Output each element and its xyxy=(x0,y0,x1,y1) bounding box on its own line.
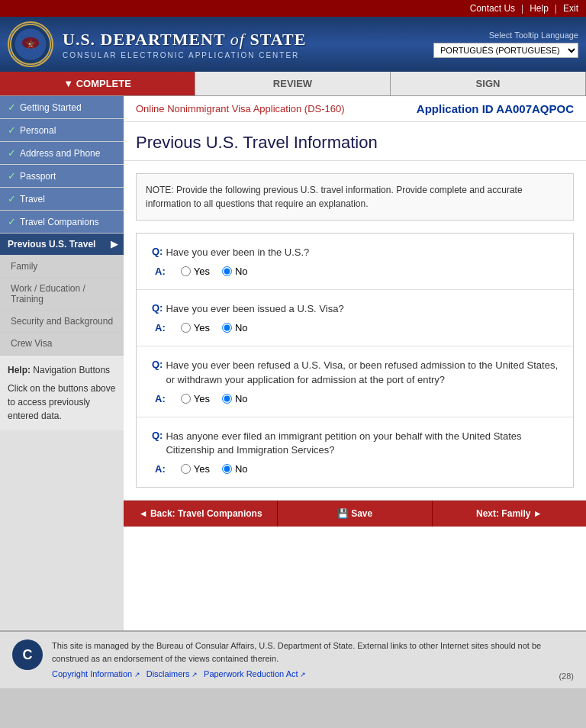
help-title: Help: xyxy=(8,365,31,375)
sidebar-item-security-background[interactable]: Security and Background xyxy=(0,311,124,333)
page-title: Previous U.S. Travel Information xyxy=(124,122,586,161)
q2-no-option[interactable]: No xyxy=(222,322,248,333)
tab-complete-arrow: ▼ xyxy=(63,78,76,89)
questions-box: Q: Have you ever been in the U.S.? A: Ye… xyxy=(136,233,574,488)
a1-label: A: xyxy=(155,266,166,277)
back-button[interactable]: ◄ Back: Travel Companions xyxy=(124,501,277,527)
check-icon: ✓ xyxy=(8,124,16,136)
q4-no-radio[interactable] xyxy=(222,464,232,474)
tab-sign[interactable]: SIGN xyxy=(391,72,586,95)
q2-yes-radio[interactable] xyxy=(181,323,191,333)
footer-links: Copyright Information Disclaimers Paperw… xyxy=(52,668,549,681)
footer-page-number: (28) xyxy=(559,672,574,681)
help-box: Help: Navigation Buttons Click on the bu… xyxy=(0,355,124,430)
app-header: Online Nonimmigrant Visa Application (DS… xyxy=(124,96,586,122)
sidebar-item-family[interactable]: Family xyxy=(0,256,124,278)
page-header: ★ 🦅 U.S. DEPARTMENT of STATE CONSULAR EL… xyxy=(0,17,586,72)
q2-label: Q: xyxy=(152,302,163,314)
check-icon: ✓ xyxy=(8,101,16,113)
q1-yes-radio[interactable] xyxy=(181,266,191,276)
tooltip-lang-label: Select Tooltip Language xyxy=(489,31,578,40)
sidebar: ✓ Getting Started ✓ Personal ✓ Address a… xyxy=(0,96,124,630)
q1-label: Q: xyxy=(152,246,163,257)
main-content: Online Nonimmigrant Visa Application (DS… xyxy=(124,96,586,630)
department-title: U.S. DEPARTMENT of STATE CONSULAR ELECTR… xyxy=(63,30,424,60)
sidebar-item-travel-companions[interactable]: ✓ Travel Companions xyxy=(0,211,124,234)
help-body-text: Click on the buttons above to access pre… xyxy=(8,382,116,423)
q1-no-radio[interactable] xyxy=(222,266,232,276)
seal-logo: ★ 🦅 xyxy=(8,21,53,67)
q1-yes-option[interactable]: Yes xyxy=(181,266,210,277)
q4-text: Has anyone ever filed an immigrant petit… xyxy=(166,430,558,457)
a4-label: A: xyxy=(155,463,166,475)
q4-yes-radio[interactable] xyxy=(181,464,191,474)
q3-yes-option[interactable]: Yes xyxy=(181,393,210,404)
sidebar-item-crew-visa[interactable]: Crew Visa xyxy=(0,333,124,355)
a3-label: A: xyxy=(155,393,166,404)
q1-no-option[interactable]: No xyxy=(222,266,248,277)
sidebar-item-work-education[interactable]: Work / Education / Training xyxy=(0,278,124,311)
check-icon: ✓ xyxy=(8,193,16,205)
q3-no-option[interactable]: No xyxy=(222,393,248,404)
sidebar-item-getting-started[interactable]: ✓ Getting Started xyxy=(0,96,124,119)
note-box: NOTE: Provide the following previous U.S… xyxy=(136,173,574,221)
help-link[interactable]: Help xyxy=(530,3,549,14)
sidebar-item-previous-us-travel[interactable]: Previous U.S. Travel ▶ xyxy=(0,234,124,256)
save-button[interactable]: 💾 Save xyxy=(277,501,432,527)
paperwork-link[interactable]: Paperwork Reduction Act xyxy=(204,668,306,681)
arrow-right-icon: ▶ xyxy=(111,239,118,250)
eagle-seal-icon: ★ 🦅 xyxy=(9,23,52,66)
next-button[interactable]: Next: Family ► xyxy=(433,501,586,527)
sidebar-item-personal[interactable]: ✓ Personal xyxy=(0,119,124,142)
contact-us-link[interactable]: Contact Us xyxy=(470,3,515,14)
check-icon: ✓ xyxy=(8,216,16,227)
nav-tabs: ▼ COMPLETE REVIEW SIGN xyxy=(0,72,586,96)
question-row-1: Q: Have you ever been in the U.S.? A: Ye… xyxy=(137,234,573,290)
exit-link[interactable]: Exit xyxy=(563,3,578,14)
top-bar: Contact Us | Help | Exit xyxy=(0,0,586,17)
q4-label: Q: xyxy=(152,430,163,441)
a2-label: A: xyxy=(155,322,166,333)
check-icon: ✓ xyxy=(8,170,16,182)
app-title: Online Nonimmigrant Visa Application (DS… xyxy=(136,103,345,114)
svg-text:🦅: 🦅 xyxy=(27,40,35,47)
sidebar-item-travel[interactable]: ✓ Travel xyxy=(0,188,124,211)
app-id: Application ID AA007AQPOC xyxy=(417,102,574,115)
q4-no-option[interactable]: No xyxy=(222,463,248,475)
q2-no-radio[interactable] xyxy=(222,323,232,333)
q3-label: Q: xyxy=(152,359,163,370)
q2-yes-option[interactable]: Yes xyxy=(181,322,210,333)
sidebar-item-passport[interactable]: ✓ Passport xyxy=(0,165,124,188)
header-lang-area: Select Tooltip Language PORTUGUÊS (PORTU… xyxy=(433,31,578,58)
footer-text-area: This site is managed by the Bureau of Co… xyxy=(52,639,549,681)
footer-body-text: This site is managed by the Bureau of Co… xyxy=(52,639,549,665)
disclaimers-link[interactable]: Disclaimers xyxy=(146,668,198,681)
question-row-4: Q: Has anyone ever filed an immigrant pe… xyxy=(137,417,573,487)
question-row-2: Q: Have you ever been issued a U.S. Visa… xyxy=(137,290,573,346)
footer: C This site is managed by the Bureau of … xyxy=(0,630,586,688)
sidebar-item-address-phone[interactable]: ✓ Address and Phone xyxy=(0,142,124,165)
language-select[interactable]: PORTUGUÊS (PORTUGUESE) ENGLISH ESPAÑOL (… xyxy=(433,43,578,58)
question-row-3: Q: Have you ever been refused a U.S. Vis… xyxy=(137,346,573,417)
tab-review[interactable]: REVIEW xyxy=(195,72,391,95)
copyright-link[interactable]: Copyright Information xyxy=(52,668,140,681)
check-icon: ✓ xyxy=(8,147,16,159)
q4-yes-option[interactable]: Yes xyxy=(181,463,210,475)
dept-subtitle: CONSULAR ELECTRONIC APPLICATION CENTER xyxy=(63,51,424,60)
tab-complete[interactable]: ▼ COMPLETE xyxy=(0,72,195,95)
footer-logo: C xyxy=(12,639,43,670)
q3-yes-radio[interactable] xyxy=(181,394,191,404)
main-layout: ✓ Getting Started ✓ Personal ✓ Address a… xyxy=(0,96,586,630)
q2-text: Have you ever been issued a U.S. Visa? xyxy=(166,302,343,316)
q3-text: Have you ever been refused a U.S. Visa, … xyxy=(166,359,558,386)
q3-no-radio[interactable] xyxy=(222,394,232,404)
bottom-nav: ◄ Back: Travel Companions 💾 Save Next: F… xyxy=(124,500,586,527)
q1-text: Have you ever been in the U.S.? xyxy=(166,246,309,259)
